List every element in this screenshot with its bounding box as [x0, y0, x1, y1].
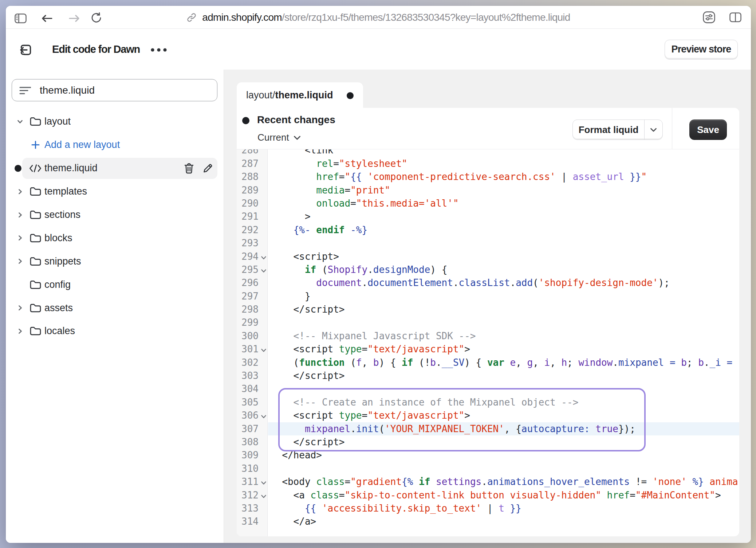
sidebar-item-blocks[interactable]: blocks	[6, 226, 224, 250]
line-number: 313	[237, 502, 268, 515]
line-number: 288	[237, 170, 268, 183]
tab-theme-liquid[interactable]: layout/theme.liquid	[237, 82, 363, 108]
code-line-292[interactable]: 292 {%- endif -%}	[237, 223, 739, 236]
save-button[interactable]: Save	[689, 120, 727, 140]
chevron-right-icon	[16, 258, 24, 265]
chevron-right-icon	[16, 328, 24, 335]
line-number: 292	[237, 223, 268, 236]
split-view-icon[interactable]	[729, 12, 741, 22]
item-label: sections	[44, 209, 80, 220]
highlight-focus-ring	[278, 388, 646, 451]
line-number: 299	[237, 316, 268, 329]
preview-store-button[interactable]: Preview store	[665, 40, 738, 59]
item-label: assets	[44, 302, 73, 314]
code-line-301[interactable]: 301 <script type="text/javascript">	[237, 342, 739, 356]
plus-icon	[31, 140, 40, 150]
fold-chevron-icon[interactable]	[261, 415, 267, 419]
page-settings-icon[interactable]	[703, 11, 715, 23]
sidebar-item-config[interactable]: config	[6, 273, 224, 296]
code-line-288[interactable]: 288 href="{{ 'component-predictive-searc…	[237, 170, 739, 183]
code-line-300[interactable]: 300 <!-- Mixpanel Javascript SDK -->	[237, 329, 739, 342]
url-text[interactable]: admin.shopify.com/store/rzq1xu-f5/themes…	[202, 12, 570, 23]
code-line-296[interactable]: 296 document.documentElement.classList.a…	[237, 276, 739, 289]
line-number: 297	[237, 290, 268, 303]
format-liquid-dropdown[interactable]	[644, 120, 662, 140]
sidebar-item-sections[interactable]: sections	[6, 203, 224, 227]
item-label: theme.liquid	[44, 163, 98, 174]
sidebar-item-add-a-new-layout[interactable]: Add a new layout	[6, 133, 224, 157]
code-line-314[interactable]: 314 </a>	[237, 515, 739, 528]
line-number: 290	[237, 197, 268, 210]
code-text: rel="stylesheet"	[268, 157, 740, 170]
fold-chevron-icon[interactable]	[261, 494, 267, 498]
code-text: </a>	[268, 515, 740, 528]
code-line-312[interactable]: 312 <a class="skip-to-content-link butto…	[237, 489, 739, 502]
sidebar-item-snippets[interactable]: snippets	[6, 250, 224, 273]
code-line-310[interactable]: 310	[237, 462, 739, 475]
sidebar-item-layout[interactable]: layout	[6, 110, 224, 133]
current-version-dropdown[interactable]: Current	[257, 132, 301, 143]
code-line-293[interactable]: 293	[237, 236, 739, 250]
code-text: onload="this.media='all'"	[268, 197, 740, 210]
more-actions-button[interactable]	[148, 41, 170, 59]
chevron-down-icon	[16, 118, 24, 125]
code-line-303[interactable]: 303 </script>	[237, 369, 739, 382]
fold-chevron-icon[interactable]	[261, 481, 267, 485]
sidebar-item-assets[interactable]: assets	[6, 296, 224, 320]
line-number: 293	[237, 236, 268, 250]
exit-button[interactable]	[14, 39, 38, 61]
code-text: media="print"	[268, 184, 740, 197]
file-search-value: theme.liquid	[40, 85, 95, 96]
fold-chevron-icon[interactable]	[261, 256, 267, 260]
tab-unsaved-dot	[347, 92, 354, 99]
item-label: Add a new layout	[44, 139, 120, 150]
code-line-295[interactable]: 295 if (Shopify.designMode) {	[237, 263, 739, 276]
code-line-313[interactable]: 313 {{ 'accessibility.skip_to_text' | t …	[237, 502, 739, 515]
rename-icon[interactable]	[202, 163, 213, 173]
folder-icon	[30, 210, 41, 220]
code-line-311[interactable]: 311 <body class="gradient{% if settings.…	[237, 475, 739, 488]
code-line-298[interactable]: 298 </script>	[237, 303, 739, 316]
file-search-input[interactable]: theme.liquid	[12, 79, 217, 101]
code-text: <link	[268, 149, 740, 157]
chevron-right-icon	[16, 234, 24, 242]
code-line-302[interactable]: 302 (function (f, b) { if (!b.__SV) { va…	[237, 356, 739, 369]
line-number: 300	[237, 329, 268, 342]
folder-icon	[30, 303, 41, 313]
delete-icon[interactable]	[184, 163, 194, 174]
format-liquid-button[interactable]: Format liquid	[572, 120, 663, 140]
code-line-287[interactable]: 287 rel="stylesheet"	[237, 157, 739, 170]
code-text: document.documentElement.classList.add('…	[268, 276, 740, 289]
line-number: 304	[237, 382, 268, 395]
code-text: {%- endif -%}	[268, 223, 740, 236]
line-number: 309	[237, 449, 268, 462]
chevron-down-icon	[294, 136, 301, 140]
sidebar-item-templates[interactable]: templates	[6, 180, 224, 203]
code-line-289[interactable]: 289 media="print"	[237, 184, 739, 197]
line-number: 291	[237, 210, 268, 223]
code-text: }	[268, 290, 740, 303]
sidebar-item-locales[interactable]: locales	[6, 320, 224, 343]
code-line-294[interactable]: 294 <script>	[237, 250, 739, 263]
desktop-background: { "browser": { "url_host": "admin.shopif…	[0, 0, 756, 548]
tab-label: layout/theme.liquid	[246, 90, 333, 101]
folder-icon	[30, 187, 41, 196]
line-number: 298	[237, 303, 268, 316]
chevron-down-icon	[650, 128, 657, 132]
code-line-297[interactable]: 297 }	[237, 290, 739, 303]
sidebar-item-theme.liquid[interactable]: theme.liquid	[6, 157, 224, 180]
line-number: 294	[237, 250, 268, 263]
code-editor[interactable]: 286 <link287 rel="stylesheet"288 href="{…	[237, 149, 739, 536]
fold-chevron-icon[interactable]	[261, 269, 267, 273]
line-number: 286	[237, 149, 268, 157]
code-line-290[interactable]: 290 onload="this.media='all'"	[237, 197, 739, 210]
code-line-291[interactable]: 291 >	[237, 210, 739, 223]
unsaved-dot	[15, 165, 21, 172]
line-number: 314	[237, 515, 268, 528]
folder-icon	[30, 326, 41, 336]
editor-toolbar: Recent changes Current Format liquid	[237, 108, 739, 149]
fold-chevron-icon[interactable]	[261, 348, 267, 352]
code-line-299[interactable]: 299	[237, 316, 739, 329]
code-line-286[interactable]: 286 <link	[237, 149, 739, 157]
code-file-icon	[29, 164, 42, 173]
